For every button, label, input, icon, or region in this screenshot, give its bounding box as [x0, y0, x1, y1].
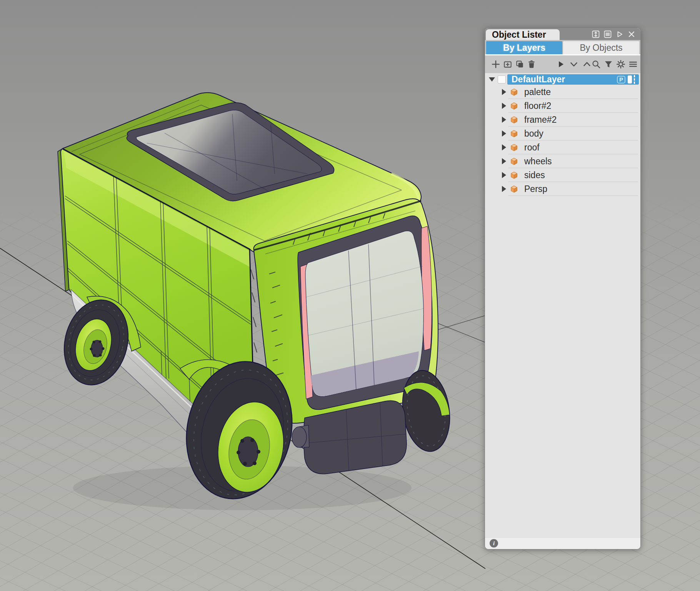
new-layer-folder-icon[interactable]: [503, 60, 512, 69]
object-cube-icon: [510, 88, 518, 97]
duplicate-icon[interactable]: [515, 60, 524, 69]
selected-layer-bar[interactable]: DefaultLayer P: [507, 74, 639, 85]
expand-arrow-icon[interactable]: [502, 103, 506, 109]
expand-arrow-icon[interactable]: [502, 186, 506, 192]
object-cube-icon: [510, 185, 518, 194]
layer-tree: DefaultLayer P palette floor#2: [485, 73, 640, 537]
panel-title-tab[interactable]: Object Lister: [486, 29, 560, 40]
expand-arrow-icon[interactable]: [502, 89, 506, 95]
settings-gear-icon[interactable]: [616, 60, 625, 69]
selected-layer-name[interactable]: DefaultLayer: [512, 74, 565, 85]
expand-arrow-icon[interactable]: [502, 158, 506, 164]
delete-icon[interactable]: [527, 60, 536, 69]
layer-item-label[interactable]: palette: [524, 87, 551, 97]
layer-item-label[interactable]: frame#2: [524, 115, 557, 125]
panel-menu-icon[interactable]: [603, 30, 612, 38]
expand-arrow-icon[interactable]: [502, 117, 506, 123]
layer-insert-marker: [634, 75, 635, 84]
lister-toolbar: [485, 55, 640, 73]
panel-statusbar: i: [485, 537, 640, 549]
object-cube-icon: [510, 171, 518, 180]
options-menu-icon[interactable]: [628, 60, 638, 69]
resize-vertical-icon[interactable]: [592, 30, 600, 38]
selected-layer-row[interactable]: DefaultLayer P: [485, 74, 640, 85]
list-item[interactable]: palette: [485, 85, 640, 99]
panel-titlebar[interactable]: Object Lister: [485, 28, 640, 40]
expand-arrow-icon[interactable]: [502, 172, 506, 178]
tab-by-objects-label: By Objects: [580, 43, 622, 53]
close-icon[interactable]: [627, 30, 636, 38]
object-lister-panel: Object Lister By Layers By Objects: [485, 28, 641, 549]
object-cube-icon: [510, 129, 518, 138]
layer-item-label[interactable]: Persp: [524, 184, 547, 194]
list-item[interactable]: frame#2: [485, 113, 640, 127]
list-item[interactable]: roof: [485, 140, 640, 154]
layer-item-label[interactable]: sides: [524, 170, 545, 180]
layer-drag-handle[interactable]: [628, 75, 632, 83]
layer-visibility-checkbox[interactable]: [498, 75, 506, 83]
layer-item-label[interactable]: roof: [524, 142, 540, 153]
play-icon[interactable]: [615, 30, 624, 38]
object-cube-icon: [510, 102, 518, 110]
object-cube-icon: [510, 115, 518, 124]
list-item[interactable]: floor#2: [485, 99, 640, 113]
add-icon[interactable]: [491, 60, 500, 69]
info-icon[interactable]: i: [490, 539, 498, 548]
tab-by-objects[interactable]: By Objects: [563, 41, 639, 54]
lister-tabs: By Layers By Objects: [485, 40, 640, 55]
object-cube-icon: [510, 157, 518, 166]
tab-by-layers-label: By Layers: [503, 43, 545, 53]
panel-title: Object Lister: [492, 30, 546, 40]
move-down-icon[interactable]: [569, 60, 578, 69]
expand-arrow-icon[interactable]: [502, 130, 506, 137]
list-item[interactable]: body: [485, 127, 640, 140]
object-cube-icon: [510, 143, 518, 152]
pick-state-badge[interactable]: P: [617, 76, 625, 83]
layer-item-label[interactable]: wheels: [524, 156, 552, 167]
layer-item-label[interactable]: floor#2: [524, 101, 551, 111]
list-item[interactable]: Persp: [485, 182, 640, 196]
expand-arrow-icon[interactable]: [502, 144, 506, 150]
move-up-icon[interactable]: [582, 60, 592, 69]
search-icon[interactable]: [592, 60, 601, 69]
tab-by-layers[interactable]: By Layers: [486, 41, 562, 54]
collapse-arrow-icon[interactable]: [489, 77, 495, 82]
layer-item-label[interactable]: body: [524, 129, 543, 139]
expand-play-icon[interactable]: [556, 60, 565, 69]
list-item[interactable]: wheels: [485, 154, 640, 168]
filter-icon[interactable]: [604, 60, 613, 69]
list-item[interactable]: sides: [485, 168, 640, 182]
